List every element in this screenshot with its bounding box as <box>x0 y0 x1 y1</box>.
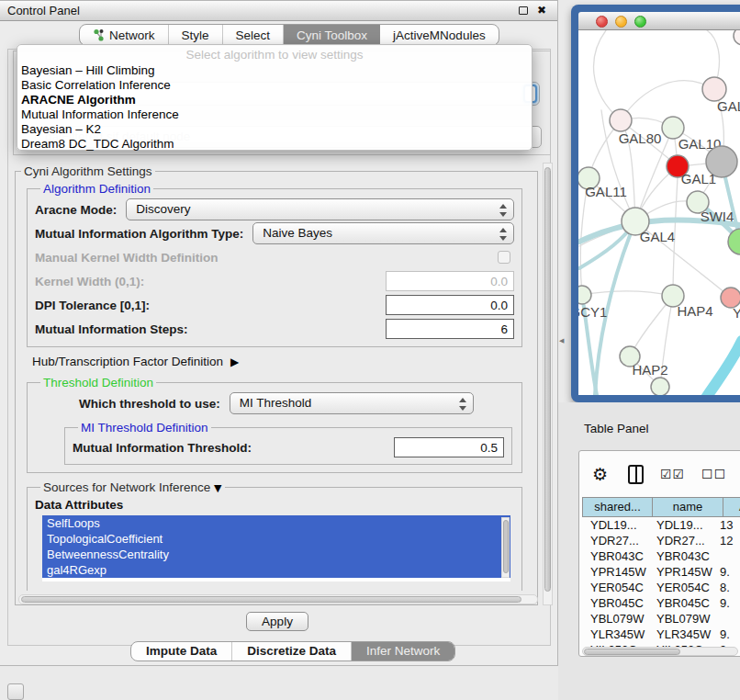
sources-group: Sources for Network Inference ▼ Data Att… <box>27 480 522 591</box>
dpi-tolerance-input[interactable] <box>386 295 514 315</box>
table-panel-region: Table Panel ⚙ ☑☑ ☐☐ shared... name A YDL… <box>558 402 740 700</box>
hub-definition-toggle[interactable]: Hub/Transcription Factor Definition ▶ <box>32 355 537 368</box>
table-header: shared... name A <box>582 497 740 517</box>
algorithm-option[interactable]: Mutual Information Inference <box>17 107 532 122</box>
table-row[interactable]: YER054CYER054C8. <box>582 580 740 595</box>
table-cell: YBR043C <box>582 548 648 564</box>
list-vertical-scrollbar[interactable] <box>501 517 510 578</box>
kernel-width-input[interactable] <box>386 271 514 291</box>
data-attribute-item[interactable]: TopologicalCoefficient <box>42 531 510 547</box>
table-cell: YDR27... <box>582 533 648 548</box>
gear-icon[interactable]: ⚙ <box>592 464 608 484</box>
which-threshold-label: Which threshold to use: <box>79 397 220 411</box>
manual-kernel-width-checkbox[interactable] <box>498 251 510 264</box>
table-cell: YBR045C <box>582 595 648 611</box>
mi-threshold-input[interactable] <box>394 437 504 457</box>
settings-horizontal-scrollbar[interactable] <box>18 594 538 604</box>
bottom-left-button[interactable] <box>7 683 24 700</box>
table-cell: 13 <box>714 517 740 533</box>
group-title: Algorithm Definition <box>40 182 153 196</box>
tab-select[interactable]: Select <box>223 25 285 45</box>
tab-label: jActiveMNodules <box>393 28 486 42</box>
algorithm-option[interactable]: Dream8 DC_TDC Algorithm <box>17 137 532 152</box>
column-header-shared-name[interactable]: shared... <box>582 497 653 517</box>
combo-stepper-icon <box>499 227 508 242</box>
which-threshold-select[interactable]: MI Threshold <box>230 392 474 414</box>
data-attribute-item[interactable]: BetweennessCentrality <box>42 547 510 562</box>
tab-discretize-data[interactable]: Discretize Data <box>232 642 352 660</box>
group-title: MI Threshold Definition <box>78 421 211 435</box>
algorithm-option[interactable]: Bayesian – K2 <box>17 122 532 137</box>
apply-button[interactable]: Apply <box>246 612 308 631</box>
data-attribute-item[interactable]: SelfLoops <box>42 515 510 531</box>
table-body: YDL19...YDL19...13YDR27...YDR27...12YBR0… <box>582 517 740 655</box>
network-node[interactable] <box>651 378 669 395</box>
tab-label: Network <box>109 28 155 42</box>
minimize-traffic-light-icon[interactable] <box>615 16 627 28</box>
network-node[interactable] <box>610 109 632 131</box>
table-row[interactable]: YBR043CYBR043C <box>582 548 740 564</box>
columns-icon[interactable] <box>628 465 644 484</box>
select-all-icon[interactable]: ☑☑ <box>660 467 685 481</box>
table-row[interactable]: YDR27...YDR27...12 <box>582 533 740 548</box>
tab-cyni-toolbox[interactable]: Cyni Toolbox <box>284 25 380 45</box>
data-attributes-label: Data Attributes <box>35 498 514 512</box>
zoom-traffic-light-icon[interactable] <box>634 16 646 28</box>
table-cell: YBR045C <box>648 595 714 611</box>
table-cell: 9. <box>714 595 740 611</box>
tab-impute-data[interactable]: Impute Data <box>131 642 232 660</box>
network-canvas[interactable]: GALGAL80GAL10GAL1GAL11SWI4GAL4HAP4YGCY1H… <box>578 30 740 395</box>
settings-vertical-scrollbar[interactable] <box>543 163 553 605</box>
combo-stepper-icon <box>459 397 467 412</box>
deselect-all-icon[interactable]: ☐☐ <box>701 467 726 481</box>
control-panel-window: Control Panel ✖ Network Style Select <box>0 0 558 666</box>
table-row[interactable]: YLR345WYLR345W9. <box>582 627 740 642</box>
threshold-definition-group: Threshold Definition Which threshold to … <box>27 376 522 473</box>
column-header-partial[interactable]: A <box>723 497 740 517</box>
node-label: HAP4 <box>677 303 712 319</box>
sources-title[interactable]: Sources for Network Inference ▼ <box>40 480 225 494</box>
hub-definition-label: Hub/Transcription Factor Definition <box>32 355 223 368</box>
table-cell: YLR345W <box>582 627 648 642</box>
table-cell: 9. <box>714 627 740 642</box>
table-horizontal-scrollbar[interactable] <box>582 647 738 656</box>
table-panel: ⚙ ☑☑ ☐☐ shared... name A YDL19...YDL19..… <box>578 450 740 657</box>
table-cell <box>714 611 740 627</box>
chevron-right-icon: ▶ <box>230 356 239 368</box>
algorithm-option[interactable]: ARACNE Algorithm <box>17 93 532 107</box>
table-row[interactable]: YBR045CYBR045C9. <box>582 595 740 611</box>
node-label: HAP2 <box>632 362 667 378</box>
table-cell: YLR345W <box>648 627 714 642</box>
screen: Control Panel ✖ Network Style Select <box>0 0 740 700</box>
table-cell: YDR27... <box>648 533 714 548</box>
algorithm-option[interactable]: Basic Correlation Inference <box>17 78 532 93</box>
table-row[interactable]: YPR145WYPR145W9. <box>582 564 740 580</box>
tab-infer-network[interactable]: Infer Network <box>352 642 454 660</box>
control-panel-tabbar: Network Style Select Cyni Toolbox jActiv… <box>79 24 499 46</box>
column-header-name[interactable]: name <box>653 497 723 517</box>
network-node[interactable] <box>578 286 591 304</box>
mi-steps-input[interactable] <box>386 319 514 339</box>
tab-network[interactable]: Network <box>80 25 169 45</box>
data-attribute-item[interactable]: gal4RGexp <box>42 562 510 578</box>
algorithm-option[interactable]: Bayesian – Hill Climbing <box>17 63 532 78</box>
algorithm-dropdown-popup: Select algorithm to view settings Bayesi… <box>17 44 533 151</box>
close-icon[interactable]: ✖ <box>537 4 546 17</box>
node-label: SWI4 <box>701 209 734 224</box>
float-window-icon[interactable] <box>519 6 528 15</box>
mi-threshold-label: Mutual Information Threshold: <box>73 441 252 455</box>
table-cell: YBL079W <box>648 611 714 627</box>
tab-style[interactable]: Style <box>169 25 223 45</box>
mi-algorithm-type-select[interactable]: Naive Bayes <box>252 222 514 244</box>
aracne-mode-select[interactable]: Discovery <box>126 198 514 220</box>
node-label: Y <box>733 305 740 321</box>
table-row[interactable]: YDL19...YDL19...13 <box>582 517 740 533</box>
combo-value: MI Threshold <box>240 396 312 410</box>
split-pane-collapse-icon[interactable]: ◀ <box>559 337 564 344</box>
close-traffic-light-icon[interactable] <box>596 16 608 28</box>
table-cell: YDL19... <box>648 517 714 533</box>
kernel-width-label: Kernel Width (0,1): <box>35 275 144 288</box>
network-node[interactable] <box>734 30 740 45</box>
tab-jactivemnodules[interactable]: jActiveMNodules <box>380 25 499 45</box>
table-row[interactable]: YBL079WYBL079W <box>582 611 740 627</box>
